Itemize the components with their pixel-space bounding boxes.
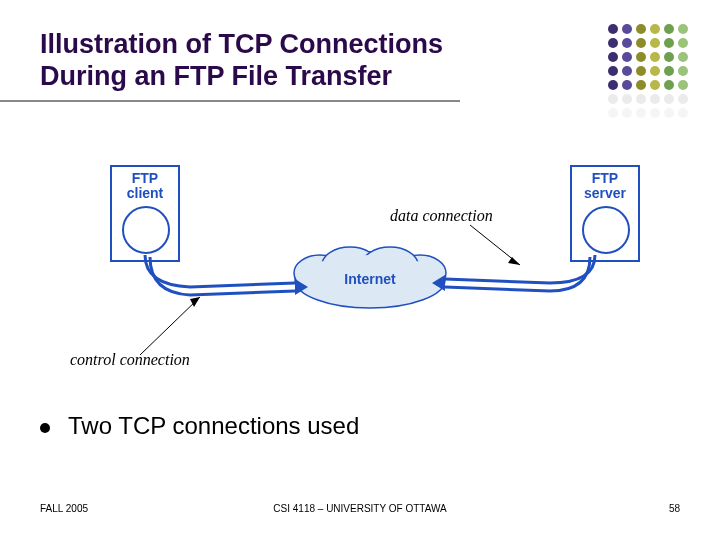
dot-icon bbox=[636, 80, 646, 90]
bullet-text: Two TCP connections used bbox=[68, 412, 359, 440]
ftp-diagram: FTP client FTP server bbox=[90, 165, 650, 365]
dot-icon bbox=[636, 94, 646, 104]
title-underline bbox=[0, 100, 460, 102]
dot-icon bbox=[622, 66, 632, 76]
connections-svg bbox=[90, 165, 650, 365]
bullet-icon bbox=[40, 423, 50, 433]
server-bottom-line bbox=[445, 257, 590, 291]
dot-icon bbox=[678, 52, 688, 62]
dot-icon bbox=[608, 108, 618, 118]
dot-icon bbox=[664, 38, 674, 48]
dot-icon bbox=[608, 24, 618, 34]
control-connection-label: control connection bbox=[70, 351, 190, 369]
title-line-1: Illustration of TCP Connections bbox=[40, 29, 443, 59]
control-conn-pointer bbox=[140, 297, 200, 355]
dot-icon bbox=[622, 52, 632, 62]
slide-footer: FALL 2005 CSI 4118 – UNIVERSITY OF OTTAW… bbox=[40, 503, 680, 514]
dot-icon bbox=[622, 38, 632, 48]
dot-icon bbox=[650, 80, 660, 90]
dot-icon bbox=[608, 66, 618, 76]
dot-icon bbox=[664, 24, 674, 34]
slide-title: Illustration of TCP Connections During a… bbox=[40, 28, 443, 93]
dot-icon bbox=[622, 80, 632, 90]
dot-icon bbox=[678, 80, 688, 90]
dot-icon bbox=[636, 108, 646, 118]
dot-icon bbox=[678, 94, 688, 104]
dot-icon bbox=[636, 24, 646, 34]
dot-icon bbox=[678, 24, 688, 34]
dot-icon bbox=[650, 94, 660, 104]
dot-icon bbox=[650, 66, 660, 76]
dot-icon bbox=[664, 80, 674, 90]
decorative-dot-grid bbox=[608, 24, 690, 120]
dot-icon bbox=[650, 38, 660, 48]
dot-icon bbox=[664, 94, 674, 104]
dot-icon bbox=[664, 66, 674, 76]
client-top-line bbox=[145, 255, 295, 287]
dot-icon bbox=[636, 52, 646, 62]
dot-icon bbox=[678, 66, 688, 76]
bullet-item: Two TCP connections used bbox=[40, 412, 359, 440]
arrowhead-icon bbox=[508, 257, 520, 265]
data-connection-label: data connection bbox=[390, 207, 493, 225]
footer-right: 58 bbox=[669, 503, 680, 514]
client-bottom-line bbox=[150, 257, 295, 295]
dot-icon bbox=[636, 38, 646, 48]
dot-icon bbox=[608, 94, 618, 104]
dot-icon bbox=[608, 80, 618, 90]
dot-icon bbox=[678, 38, 688, 48]
dot-icon bbox=[622, 108, 632, 118]
dot-icon bbox=[650, 24, 660, 34]
dot-icon bbox=[650, 108, 660, 118]
internet-label: Internet bbox=[340, 271, 400, 287]
footer-center: CSI 4118 – UNIVERSITY OF OTTAWA bbox=[273, 503, 446, 514]
dot-icon bbox=[650, 52, 660, 62]
dot-icon bbox=[622, 94, 632, 104]
dot-icon bbox=[608, 52, 618, 62]
dot-icon bbox=[622, 24, 632, 34]
server-top-line bbox=[445, 255, 595, 283]
dot-icon bbox=[664, 52, 674, 62]
dot-icon bbox=[678, 108, 688, 118]
dot-icon bbox=[664, 108, 674, 118]
dot-icon bbox=[636, 66, 646, 76]
dot-icon bbox=[608, 38, 618, 48]
footer-left: FALL 2005 bbox=[40, 503, 88, 514]
title-line-2: During an FTP File Transfer bbox=[40, 61, 392, 91]
